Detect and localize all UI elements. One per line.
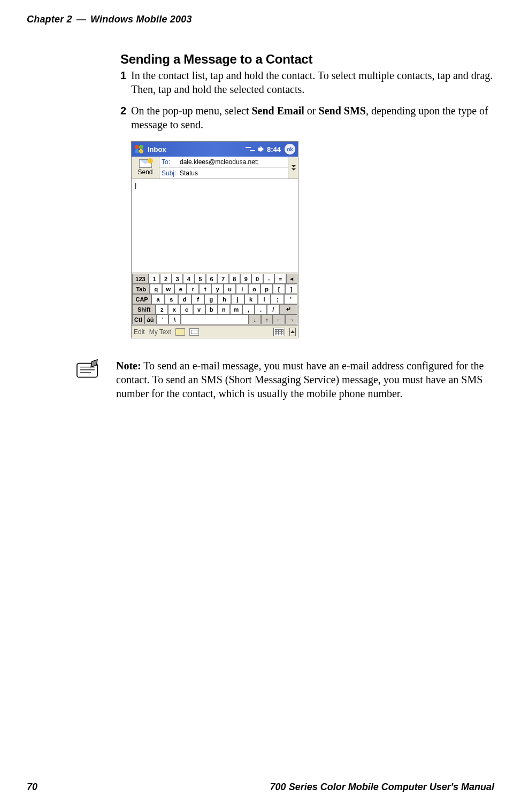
send-button[interactable]: Send (132, 157, 159, 179)
kb-backspace[interactable] (286, 274, 297, 284)
kb-key[interactable]: 1 (149, 274, 160, 284)
titlebar: Inbox 8:44 ok (132, 142, 298, 157)
kb-key[interactable]: e (174, 284, 187, 294)
kb-key[interactable]: f (191, 294, 205, 304)
manual-title: 700 Series Color Mobile Computer User's … (270, 782, 494, 793)
message-body[interactable]: | (132, 179, 298, 273)
kb-key[interactable]: 3 (172, 274, 183, 284)
kb-key[interactable]: k (244, 294, 258, 304)
bottom-toolbar: Edit My Text (132, 325, 298, 338)
kb-key[interactable]: y (211, 284, 224, 294)
chapter-label: Chapter 2 (27, 14, 72, 25)
kb-key[interactable]: / (267, 304, 279, 314)
kb-key[interactable]: - (263, 274, 274, 284)
kb-key[interactable]: z (156, 304, 168, 314)
ok-button[interactable]: ok (284, 143, 296, 155)
kb-key[interactable]: v (193, 304, 205, 314)
kb-row-5: Ctl áü ` \ ↓ ↑ ← → (132, 314, 297, 324)
kb-key[interactable]: ` (157, 314, 169, 324)
device-screenshot: Inbox 8:44 ok Send To: dale.klees@mcleod… (131, 141, 298, 338)
step-text: In the contact list, tap and hold the co… (131, 68, 494, 96)
compose-header: Send To: dale.klees@mcleodusa.net; Subj:… (132, 157, 298, 179)
start-icon[interactable] (134, 144, 144, 154)
to-field[interactable]: To: dale.klees@mcleodusa.net; (159, 157, 288, 168)
kb-key[interactable]: g (204, 294, 218, 304)
kb-cap[interactable]: CAP (132, 294, 151, 304)
step-number: 1 (120, 68, 131, 96)
step-text: On the pop-up menu, select Send Email or… (131, 104, 494, 132)
keyboard-toggle-icon[interactable] (273, 328, 285, 336)
kb-ctl[interactable]: Ctl (132, 314, 144, 324)
sip-up-button[interactable] (289, 328, 296, 336)
folder-icon[interactable] (175, 328, 185, 336)
kb-up[interactable]: ↑ (261, 314, 273, 324)
kb-right[interactable]: → (285, 314, 297, 324)
header-title: Windows Mobile 2003 (90, 14, 192, 25)
kb-key[interactable]: ] (285, 284, 297, 294)
kb-key[interactable]: = (274, 274, 286, 284)
send-label: Send (137, 168, 152, 176)
kb-key[interactable]: n (218, 304, 230, 314)
kb-123[interactable]: 123 (132, 274, 149, 284)
kb-key[interactable]: 9 (240, 274, 251, 284)
to-label: To: (162, 158, 180, 166)
kb-key[interactable]: [ (273, 284, 285, 294)
kb-enter[interactable] (279, 304, 297, 314)
kb-key[interactable]: m (230, 304, 242, 314)
kb-key[interactable]: l (258, 294, 271, 304)
kb-key[interactable]: i (236, 284, 248, 294)
step-bold2: Send SMS (319, 105, 366, 117)
mytext-menu[interactable]: My Text (149, 328, 171, 336)
kb-key[interactable]: u (224, 284, 236, 294)
page-header: Chapter 2 — Windows Mobile 2003 (0, 0, 521, 25)
edit-menu[interactable]: Edit (134, 328, 145, 336)
kb-key[interactable]: 4 (183, 274, 194, 284)
kb-key[interactable]: 2 (160, 274, 171, 284)
kb-key[interactable]: w (162, 284, 174, 294)
kb-key[interactable]: o (248, 284, 260, 294)
step-number: 2 (120, 104, 131, 132)
kb-key[interactable]: \ (168, 314, 181, 324)
step-2: 2 On the pop-up menu, select Send Email … (120, 104, 494, 132)
kb-intl[interactable]: áü (144, 314, 157, 324)
kb-down[interactable]: ↓ (249, 314, 261, 324)
kb-key[interactable]: q (150, 284, 162, 294)
kb-key[interactable]: ; (271, 294, 284, 304)
kb-key[interactable]: h (218, 294, 231, 304)
step-mid: or (304, 105, 319, 117)
kb-key[interactable]: x (168, 304, 180, 314)
kb-shift[interactable]: Shift (132, 304, 156, 314)
kb-key[interactable]: 0 (251, 274, 263, 284)
kb-key[interactable]: a (151, 294, 165, 304)
kb-key[interactable]: d (178, 294, 191, 304)
note-block: Note: To send an e-mail message, you mus… (120, 359, 494, 400)
kb-key[interactable]: t (199, 284, 211, 294)
kb-space[interactable] (181, 314, 249, 324)
kb-key[interactable]: r (187, 284, 199, 294)
kb-key[interactable]: , (242, 304, 255, 314)
kb-key[interactable]: 5 (195, 274, 206, 284)
expand-button[interactable] (288, 157, 298, 179)
connection-icon[interactable] (246, 146, 255, 152)
kb-key[interactable]: . (255, 304, 267, 314)
kb-left[interactable]: ← (273, 314, 285, 324)
kb-tab[interactable]: Tab (132, 284, 150, 294)
on-screen-keyboard[interactable]: 123 1 2 3 4 5 6 7 8 9 0 - = Tab q w e r (132, 273, 298, 325)
clock: 8:44 (267, 145, 281, 153)
page-number: 70 (27, 782, 37, 793)
kb-key[interactable]: 8 (229, 274, 240, 284)
kb-row-4: Shift z x c v b n m , . / (132, 304, 297, 314)
kb-key[interactable]: s (165, 294, 178, 304)
kb-key[interactable]: b (205, 304, 218, 314)
subject-field[interactable]: Subj: Status (159, 168, 288, 179)
note-label: Note: (116, 360, 141, 372)
kb-key[interactable]: c (180, 304, 193, 314)
record-icon[interactable] (189, 328, 199, 336)
kb-key[interactable]: p (260, 284, 273, 294)
kb-key[interactable]: 6 (206, 274, 217, 284)
speaker-icon[interactable] (257, 145, 265, 153)
kb-key[interactable]: ' (284, 294, 297, 304)
kb-key[interactable]: 7 (217, 274, 228, 284)
note-icon (73, 359, 101, 380)
kb-key[interactable]: j (231, 294, 244, 304)
